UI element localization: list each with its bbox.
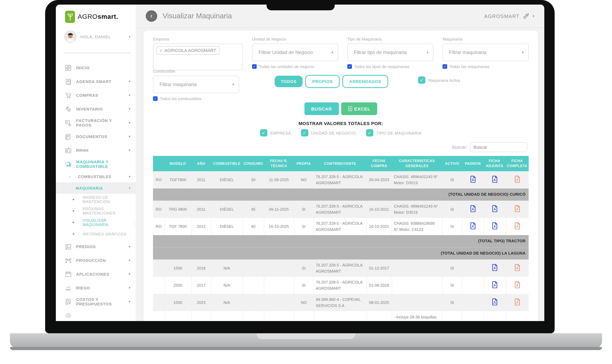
gear-icon <box>65 312 72 319</box>
pdf-icon[interactable] <box>514 298 520 305</box>
maquinaria-select[interactable]: Filtrar maquinaria <box>443 44 529 61</box>
account-menu[interactable]: AGROSMART <box>484 13 534 20</box>
arrendados-button[interactable]: ARRENDADOS <box>342 75 388 88</box>
logo-wordmark: AGROsmart. <box>78 13 118 21</box>
chevron-down-icon <box>129 245 130 248</box>
sidebar-item-predios[interactable]: PREDIOS <box>56 240 136 253</box>
excel-button[interactable]: EXCEL <box>341 103 377 115</box>
pdf-icon[interactable] <box>491 264 498 271</box>
sidebar-item-agenda-smart[interactable]: AGENDA SMART <box>56 75 136 88</box>
filter-combustible: Combustible Filtrar maquinaria Todos los… <box>153 69 239 101</box>
chevron-down-icon <box>129 186 130 190</box>
pdf-icon[interactable] <box>491 298 498 305</box>
sidebar-item-partial[interactable] <box>56 309 136 321</box>
tipo-checkbox-row: Todos los tipos de maquinarias <box>347 64 434 69</box>
sidebar-item-produccion[interactable]: PRODUCCIÓN <box>56 253 136 267</box>
bullet-icon <box>73 222 74 223</box>
agenda-icon <box>65 78 72 85</box>
checkbox-checked-icon[interactable] <box>418 77 425 84</box>
sunrise-icon <box>65 285 72 291</box>
sidebar-item-aplicaciones[interactable]: APLICACIONES <box>56 267 136 281</box>
total-empresa-label: EMPRESA <box>270 130 291 135</box>
tipo-label: Tipo de Maquinaria <box>347 37 434 41</box>
checkbox-checked-icon[interactable] <box>153 96 158 101</box>
sidebar-divider <box>64 53 131 53</box>
pdf-icon[interactable] <box>491 205 498 212</box>
pdf-icon[interactable] <box>514 281 520 288</box>
pdf-icon[interactable] <box>470 222 476 229</box>
filter-maquinaria: Maquinaria Filtrar maquinaria Todas las … <box>443 37 529 70</box>
id-card-icon <box>65 147 72 154</box>
sidebar-item-inventario[interactable]: INVENTARIO <box>56 102 136 116</box>
total-option-unidad: UNIDAD DE NEGOCIO <box>301 129 356 137</box>
maquinaria-activa-label: Maquinaria Activa <box>428 78 460 82</box>
sidebar-item-riego[interactable]: RIEGO <box>56 281 136 295</box>
checkbox-checked-icon[interactable] <box>347 64 352 69</box>
sidebar-item-facturacion[interactable]: FACTURACIÓN Y PAGOS <box>56 116 136 130</box>
document-icon <box>65 133 72 140</box>
top-bar: Visualizar Maquinaria AGROSMART <box>136 5 544 28</box>
sidebar-item-informes-graficos[interactable]: INFORMES GRÁFICOS <box>56 228 136 240</box>
col-ano: AÑO <box>191 156 211 171</box>
combustible-select[interactable]: Filtrar maquinaria <box>153 76 239 93</box>
empresa-multiselect[interactable]: ×AGRICOLA AGROSMART <box>153 44 243 70</box>
combustible-label: Combustible <box>153 69 239 73</box>
user-profile[interactable]: HOLA, DANIEL <box>56 27 136 44</box>
col-propia: PROPIA <box>294 156 314 171</box>
maquinaria-checkbox-row: Todas las maquinarias <box>443 64 529 69</box>
bullet-icon <box>73 233 74 235</box>
pdf-icon[interactable] <box>514 205 520 212</box>
checkbox-checked-icon[interactable] <box>366 129 373 137</box>
checkbox-checked-icon[interactable] <box>301 129 308 137</box>
filter-unidad: Unidad de Negocio Filtrar Unidad de Nego… <box>252 37 338 70</box>
pdf-icon[interactable] <box>470 205 476 212</box>
propios-button[interactable]: PROPIOS <box>305 75 340 88</box>
sidebar-item-rrhh[interactable]: RRHH <box>56 143 136 157</box>
tipo-select[interactable]: Filtrar tipo de maquinaria <box>347 44 434 61</box>
truck-icon <box>65 161 72 167</box>
sidebar-item-visualizar-maquinaria[interactable]: VISUALIZAR MAQUINARIA <box>56 217 136 228</box>
table-row: 1500 2018 N/A SI 76.207.328-5 - AGRICOLA… <box>153 260 529 277</box>
unidad-label: Unidad de Negocio <box>252 37 338 41</box>
pdf-icon[interactable] <box>514 222 520 229</box>
chip-remove-icon[interactable]: × <box>160 48 162 52</box>
sidebar-item-proximas-mantenciones[interactable]: PRÓXIMAS MANTENCIONES <box>56 205 136 217</box>
pdf-icon[interactable] <box>514 264 520 271</box>
checkbox-checked-icon[interactable] <box>260 129 267 137</box>
checkbox-checked-icon[interactable] <box>252 64 257 69</box>
pdf-icon[interactable] <box>470 175 476 183</box>
chevron-down-icon <box>232 83 234 86</box>
chevron-down-icon <box>533 14 534 18</box>
buscar-button[interactable]: BUSCAR <box>304 103 339 115</box>
sidebar-item-documentos[interactable]: DOCUMENTOS <box>56 130 136 143</box>
col-ficha-completa: FICHA COMPLETA <box>506 156 529 171</box>
sidebar-item-inicio[interactable]: INICIO <box>56 61 136 75</box>
table-row: - Incluye 28-36 boquillas electrostática… <box>153 311 529 321</box>
col-modelo: MODELO <box>164 156 191 171</box>
sidebar-menu: INICIO AGENDA SMART COMPRAS INVENTARIO <box>56 59 136 321</box>
sidebar-item-compras[interactable]: COMPRAS <box>56 88 136 102</box>
chevron-down-icon <box>129 93 130 97</box>
pdf-icon[interactable] <box>491 281 498 288</box>
user-greeting: HOLA, DANIEL <box>80 34 125 39</box>
unidad-select[interactable]: Filtrar Unidad de Negocio <box>252 44 338 61</box>
total-option-empresa: EMPRESA <box>260 129 291 137</box>
sidebar-item-costos-presupuestos[interactable]: COSTOS Y PRESUPUESTOS <box>56 295 136 309</box>
tag-icon <box>65 106 72 112</box>
total-option-tipo: TIPO DE MAQUINARIA <box>366 129 422 137</box>
pdf-icon[interactable] <box>491 222 498 229</box>
checkbox-checked-icon[interactable] <box>443 64 447 69</box>
chevron-down-icon[interactable] <box>129 35 130 39</box>
table-search-row: Buscar: <box>452 142 528 152</box>
sidebar-item-maquinaria-combustible[interactable]: MAQUINARIA Y COMBUSTIBLE <box>56 157 136 171</box>
back-button[interactable] <box>146 10 157 22</box>
todos-button[interactable]: TODOS <box>275 76 303 87</box>
pdf-icon[interactable] <box>514 175 520 183</box>
main-area: Visualizar Maquinaria AGROSMART Empresa … <box>136 5 544 321</box>
sidebar-item-ingreso-mantencion[interactable]: INGRESO DE MANTENCIÓN <box>56 194 136 205</box>
search-input[interactable] <box>470 142 528 152</box>
filter-empresa: Empresa ×AGRICOLA AGROSMART <box>153 37 243 70</box>
sidebar-item-maquinaria[interactable]: MAQUINARIA <box>56 182 136 194</box>
pdf-icon[interactable] <box>491 175 498 183</box>
sidebar-item-combustibles[interactable]: COMBUSTIBLES <box>56 171 136 182</box>
